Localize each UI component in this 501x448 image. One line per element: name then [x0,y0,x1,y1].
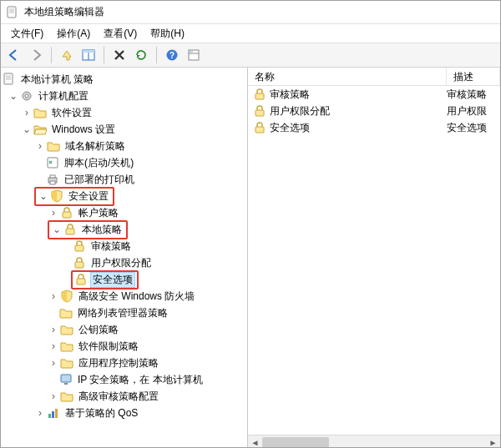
show-pane-button[interactable] [78,45,99,65]
list-pane: 名称 描述 审核策略 审核策略 用户权限分配 用户权限 安全选项 安全选项 ◄ [248,68,500,448]
help-button[interactable] [162,45,182,65]
collapse-icon[interactable]: ⌄ [51,224,63,235]
tree-qos[interactable]: › 基于策略的 QoS [3,405,245,421]
gear-icon [20,89,33,103]
tree-dns-policy[interactable]: › 域名解析策略 [3,138,245,154]
shield-icon [50,189,63,203]
delete-icon [113,48,126,62]
tree-label: 网络列表管理器策略 [75,305,170,321]
list-item[interactable]: 审核策略 审核策略 [248,86,500,103]
item-name: 用户权限分配 [270,104,447,118]
menu-view[interactable]: 查看(V) [97,25,144,43]
item-desc: 用户权限 [447,104,500,118]
expand-icon[interactable]: › [48,324,59,335]
tree-software-settings[interactable]: › 软件设置 [3,104,245,121]
separator [104,47,104,63]
tree-printers[interactable]: 已部署的打印机 [3,171,245,188]
tree-firewall[interactable]: › 高级安全 Windows 防火墙 [3,288,245,305]
lock-icon [73,256,86,269]
properties-button[interactable] [184,45,204,65]
chart-icon [47,406,60,420]
list-item[interactable]: 用户权限分配 用户权限 [248,103,500,119]
folder-icon [33,106,47,119]
tree-local-policies[interactable]: ⌄ 本地策略 [3,221,245,238]
collapse-icon[interactable]: ⌄ [8,90,19,102]
menu-file[interactable]: 文件(F) [4,25,50,43]
tree-label: 已部署的打印机 [62,172,137,188]
tree-user-rights[interactable]: 用户权限分配 [3,254,245,271]
refresh-icon [134,48,148,62]
lock-icon [74,273,88,286]
column-name[interactable]: 名称 [248,68,447,85]
app-icon [6,6,19,19]
tree-pane[interactable]: 本地计算机 策略 ⌄ 计算机配置 › 软件设置 ⌄ Windows 设置 [1,68,248,448]
back-icon [8,48,21,62]
menu-help[interactable]: 帮助(H) [144,25,191,43]
delete-button[interactable] [109,45,129,65]
content-area: 本地计算机 策略 ⌄ 计算机配置 › 软件设置 ⌄ Windows 设置 [1,68,500,448]
list-area[interactable]: 审核策略 审核策略 用户权限分配 用户权限 安全选项 安全选项 [248,86,500,435]
scroll-thumb[interactable] [262,437,329,448]
tree-audit-policy[interactable]: 审核策略 [3,238,245,254]
shield-icon [60,289,73,303]
expand-icon[interactable]: › [21,107,33,118]
expand-icon[interactable]: › [48,357,59,369]
tree-label: 软件限制策略 [76,339,141,355]
tree-scripts[interactable]: 脚本(启动/关机) [3,154,245,171]
tree-app-control[interactable]: › 应用程序控制策略 [3,355,245,371]
column-desc[interactable]: 描述 [447,68,500,85]
expand-icon[interactable]: › [48,390,59,402]
tree-account-policies[interactable]: › 帐户策略 [3,204,245,221]
item-name: 审核策略 [270,88,447,102]
monitor-icon [59,373,73,386]
tree-label: 软件设置 [49,105,94,121]
collapse-icon[interactable]: ⌄ [38,190,49,202]
tree-label: 基于策略的 QoS [63,405,140,421]
menu-action[interactable]: 操作(A) [50,25,97,43]
list-item[interactable]: 安全选项 安全选项 [248,119,500,136]
tree-security-settings[interactable]: ⌄ 安全设置 [3,188,245,204]
lock-icon [60,206,73,219]
tree-public-key[interactable]: › 公钥策略 [3,321,245,338]
tree-label: 安全设置 [66,189,111,204]
scroll-left-icon[interactable]: ◄ [248,435,262,448]
item-name: 安全选项 [270,121,447,135]
forward-button[interactable] [26,45,46,65]
tree-software-restriction[interactable]: › 软件限制策略 [3,338,245,355]
pane-icon [82,48,95,62]
tree-windows-settings[interactable]: ⌄ Windows 设置 [3,121,245,138]
expand-icon[interactable]: › [34,407,46,419]
expand-icon[interactable]: › [48,207,59,219]
tree-label: 审核策略 [89,239,134,254]
back-button[interactable] [4,45,24,65]
tree-nlm-policies[interactable]: 网络列表管理器策略 [3,305,245,321]
toolbar [1,43,500,68]
folder-icon [60,340,73,353]
tree-ip-security[interactable]: IP 安全策略，在 本地计算机 [3,371,245,388]
help-icon [165,48,179,62]
item-desc: 安全选项 [447,121,500,135]
up-button[interactable] [57,45,77,65]
expand-icon[interactable]: › [48,290,59,302]
tree-computer-config[interactable]: ⌄ 计算机配置 [3,88,245,104]
collapse-icon[interactable]: ⌄ [21,123,33,135]
folder-open-icon [33,123,47,136]
doc-icon [3,73,16,86]
folder-icon [60,356,73,370]
column-header: 名称 描述 [248,68,500,86]
item-desc: 审核策略 [447,88,500,102]
tree-label: 域名解析策略 [63,138,128,154]
horizontal-scrollbar[interactable]: ◄ ► [248,435,500,448]
tree-security-options[interactable]: 安全选项 [3,271,245,288]
tree-label: 脚本(启动/关机) [62,155,136,171]
tree-advanced-audit[interactable]: › 高级审核策略配置 [3,388,245,405]
expand-icon[interactable]: › [48,340,59,352]
tree-root[interactable]: 本地计算机 策略 [3,71,245,88]
up-folder-icon [60,48,73,62]
lock-icon [253,121,266,134]
expand-icon[interactable]: › [34,140,46,152]
refresh-button[interactable] [131,45,151,65]
separator [156,47,157,63]
scroll-right-icon[interactable]: ► [486,435,500,448]
tree-label: 计算机配置 [36,88,91,104]
